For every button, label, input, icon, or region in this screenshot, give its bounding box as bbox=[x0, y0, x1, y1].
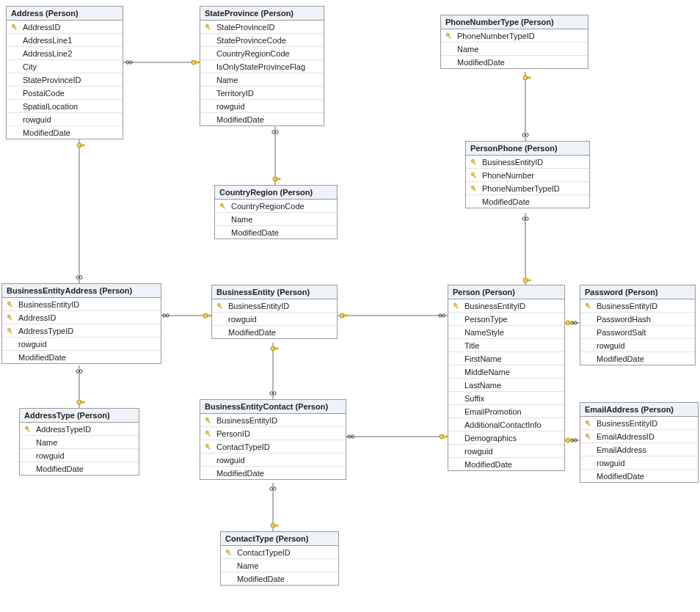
entity-businessentity[interactable]: BusinessEntity (Person) BusinessEntityID… bbox=[211, 285, 338, 339]
column-row[interactable]: IsOnlyStateProvinceFlag bbox=[200, 60, 324, 73]
column-row[interactable]: AddressID bbox=[7, 21, 123, 34]
svg-rect-54 bbox=[228, 552, 231, 555]
column-row[interactable]: BusinessEntityID bbox=[448, 299, 564, 313]
column-row[interactable]: ModifiedDate bbox=[448, 458, 564, 470]
column-row[interactable]: rowguid bbox=[200, 100, 324, 113]
column-row[interactable]: rowguid bbox=[2, 338, 161, 351]
entity-addresstype[interactable]: AddressType (Person) AddressTypeIDNamero… bbox=[19, 408, 139, 476]
column-row[interactable]: Suffix bbox=[448, 392, 564, 405]
column-row[interactable]: Name bbox=[215, 213, 337, 226]
column-row[interactable]: ModifiedDate bbox=[215, 226, 337, 238]
entity-personphone[interactable]: PersonPhone (Person) BusinessEntityIDPho… bbox=[465, 141, 590, 208]
column-row[interactable]: PhoneNumberTypeID bbox=[466, 182, 589, 195]
column-row[interactable]: ModifiedDate bbox=[580, 470, 698, 482]
entity-countryregion[interactable]: CountryRegion (Person) CountryRegionCode… bbox=[214, 185, 338, 239]
column-row[interactable]: BusinessEntityID bbox=[466, 156, 589, 169]
column-row[interactable]: CountryRegionCode bbox=[200, 47, 324, 60]
entity-title: Password (Person) bbox=[580, 285, 695, 299]
entity-contacttype[interactable]: ContactType (Person) ContactTypeIDNameMo… bbox=[220, 531, 339, 586]
column-row[interactable]: PasswordSalt bbox=[580, 326, 695, 339]
column-row[interactable]: PostalCode bbox=[7, 87, 123, 100]
entity-title: AddressType (Person) bbox=[20, 409, 139, 423]
column-row[interactable]: ModifiedDate bbox=[7, 126, 123, 139]
column-row[interactable]: CountryRegionCode bbox=[215, 200, 337, 213]
entity-businessentityaddress[interactable]: BusinessEntityAddress (Person) BusinessE… bbox=[1, 283, 161, 364]
column-name: BusinessEntityID bbox=[594, 419, 657, 428]
svg-rect-50 bbox=[588, 436, 591, 439]
column-row[interactable]: rowguid bbox=[7, 113, 123, 126]
column-row[interactable]: PhoneNumber bbox=[466, 169, 589, 182]
column-row[interactable]: MiddleName bbox=[448, 365, 564, 379]
column-row[interactable]: Name bbox=[20, 436, 139, 449]
column-name: rowguid bbox=[20, 115, 51, 124]
primary-key-icon bbox=[7, 327, 14, 335]
column-row[interactable]: rowguid bbox=[212, 313, 337, 326]
column-row[interactable]: AddressLine2 bbox=[7, 47, 123, 60]
column-row[interactable]: rowguid bbox=[448, 445, 564, 458]
entity-emailaddress[interactable]: EmailAddress (Person) BusinessEntityIDEm… bbox=[580, 402, 699, 483]
column-row[interactable]: rowguid bbox=[200, 453, 346, 467]
column-row[interactable]: ContactTypeID bbox=[200, 440, 346, 453]
entity-columns: BusinessEntityIDrowguidModifiedDate bbox=[212, 299, 337, 338]
column-name: ContactTypeID bbox=[214, 442, 270, 451]
column-row[interactable]: ModifiedDate bbox=[221, 572, 338, 585]
column-row[interactable]: rowguid bbox=[580, 456, 698, 470]
column-row[interactable]: Title bbox=[448, 339, 564, 352]
entity-password[interactable]: Password (Person) BusinessEntityIDPasswo… bbox=[580, 285, 696, 365]
column-row[interactable]: ModifiedDate bbox=[20, 462, 139, 475]
column-row[interactable]: StateProvinceID bbox=[200, 21, 324, 34]
column-row[interactable]: City bbox=[7, 60, 123, 73]
column-row[interactable]: BusinessEntityID bbox=[200, 414, 346, 427]
column-row[interactable]: ContactTypeID bbox=[221, 546, 338, 559]
pk-indicator bbox=[203, 443, 214, 451]
entity-stateprovince[interactable]: StateProvince (Person) StateProvinceIDSt… bbox=[200, 6, 324, 126]
column-row[interactable]: BusinessEntityID bbox=[580, 299, 695, 313]
column-row[interactable]: ModifiedDate bbox=[580, 352, 695, 365]
column-row[interactable]: NameStyle bbox=[448, 326, 564, 339]
column-row[interactable]: AddressID bbox=[2, 311, 161, 324]
primary-key-icon bbox=[205, 417, 212, 424]
column-row[interactable]: ModifiedDate bbox=[2, 351, 161, 363]
entity-businessentitycontact[interactable]: BusinessEntityContact (Person) BusinessE… bbox=[200, 399, 346, 480]
column-row[interactable]: Name bbox=[441, 43, 588, 56]
column-row[interactable]: EmailPromotion bbox=[448, 405, 564, 418]
column-row[interactable]: AddressLine1 bbox=[7, 34, 123, 47]
column-name: ModifiedDate bbox=[33, 465, 84, 473]
column-row[interactable]: BusinessEntityID bbox=[212, 299, 337, 313]
pk-indicator bbox=[469, 185, 479, 192]
column-row[interactable]: FirstName bbox=[448, 352, 564, 365]
entity-person[interactable]: Person (Person) BusinessEntityIDPersonTy… bbox=[448, 285, 565, 471]
column-row[interactable]: AddressTypeID bbox=[20, 423, 139, 436]
column-row[interactable]: SpatialLocation bbox=[7, 100, 123, 113]
column-row[interactable]: EmailAddressID bbox=[580, 430, 698, 443]
pk-indicator bbox=[5, 301, 15, 308]
column-row[interactable]: StateProvinceID bbox=[7, 73, 123, 87]
column-row[interactable]: ModifiedDate bbox=[200, 113, 324, 125]
column-row[interactable]: TerritoryID bbox=[200, 87, 324, 100]
column-row[interactable]: Name bbox=[200, 73, 324, 87]
column-row[interactable]: rowguid bbox=[20, 449, 139, 462]
column-row[interactable]: ModifiedDate bbox=[212, 326, 337, 338]
column-row[interactable]: ModifiedDate bbox=[200, 467, 346, 479]
column-row[interactable]: StateProvinceCode bbox=[200, 34, 324, 47]
entity-phonenumbertype[interactable]: PhoneNumberType (Person) PhoneNumberType… bbox=[440, 15, 588, 69]
column-row[interactable]: EmailAddress bbox=[580, 443, 698, 456]
column-row[interactable]: AdditionalContactInfo bbox=[448, 418, 564, 431]
column-row[interactable]: ModifiedDate bbox=[441, 56, 588, 68]
column-row[interactable]: Demographics bbox=[448, 431, 564, 445]
column-row[interactable]: BusinessEntityID bbox=[2, 298, 161, 311]
column-row[interactable]: AddressTypeID bbox=[2, 324, 161, 338]
column-row[interactable]: PhoneNumberTypeID bbox=[441, 29, 588, 43]
column-row[interactable]: PasswordHash bbox=[580, 313, 695, 326]
pk-indicator bbox=[583, 433, 594, 440]
column-row[interactable]: Name bbox=[221, 559, 338, 572]
column-row[interactable]: ModifiedDate bbox=[466, 195, 589, 208]
column-row[interactable]: LastName bbox=[448, 379, 564, 392]
column-row[interactable]: PersonType bbox=[448, 313, 564, 326]
column-row[interactable]: BusinessEntityID bbox=[580, 417, 698, 430]
column-row[interactable]: PersonID bbox=[200, 427, 346, 440]
column-name: ModifiedDate bbox=[462, 460, 512, 469]
entity-address[interactable]: Address (Person) AddressIDAddressLine1Ad… bbox=[6, 6, 123, 139]
column-row[interactable]: rowguid bbox=[580, 339, 695, 352]
entity-title: Person (Person) bbox=[448, 285, 564, 299]
